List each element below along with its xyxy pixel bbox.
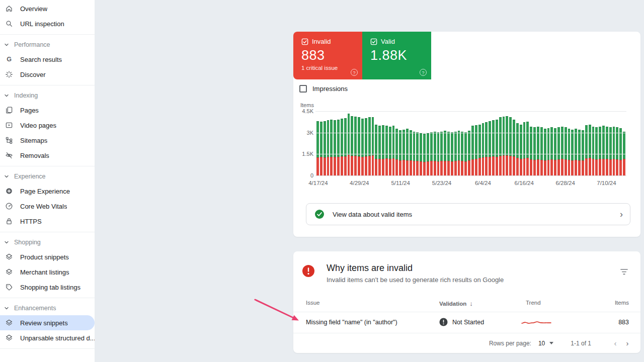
chart-bar[interactable] — [602, 126, 605, 176]
sidebar-item-removals[interactable]: Removals — [0, 148, 95, 163]
chart-bar[interactable] — [330, 120, 333, 176]
chart-bar[interactable] — [423, 134, 426, 176]
sidebar-item-video-pages[interactable]: Video pages — [0, 118, 95, 133]
chart-bar[interactable] — [361, 119, 364, 176]
chart-bar[interactable] — [420, 133, 422, 176]
sidebar-section-experience[interactable]: Experience — [0, 169, 95, 184]
chart-bar[interactable] — [530, 127, 532, 176]
chart-bar[interactable] — [492, 120, 495, 176]
chevron-right-icon[interactable]: › — [620, 210, 623, 219]
unchecked-checkbox-icon[interactable] — [299, 85, 307, 93]
sidebar-item-shopping-tab-listings[interactable]: Shopping tab listings — [0, 280, 95, 295]
chart-bar[interactable] — [358, 117, 360, 176]
chart-bar[interactable] — [351, 116, 353, 176]
chart-bar[interactable] — [609, 127, 612, 176]
chart-bar[interactable] — [565, 127, 567, 176]
chart-bar[interactable] — [496, 120, 498, 176]
impressions-toggle[interactable]: Impressions — [299, 85, 348, 93]
chart-bar[interactable] — [606, 127, 608, 176]
sidebar-item-page-experience[interactable]: Page Experience — [0, 184, 95, 199]
chart-bar[interactable] — [554, 128, 556, 176]
chart-bar[interactable] — [485, 122, 488, 176]
chart-bar[interactable] — [489, 121, 491, 176]
checked-checkbox-icon[interactable] — [370, 38, 377, 45]
chart-bar[interactable] — [389, 127, 391, 176]
chart-bar[interactable] — [619, 128, 622, 176]
sidebar-item-search-results[interactable]: GSearch results — [0, 52, 95, 67]
chart-bar[interactable] — [509, 117, 512, 176]
previous-page-button[interactable]: ‹ — [609, 339, 621, 347]
help-icon[interactable]: ? — [351, 69, 358, 76]
chart-bar[interactable] — [372, 117, 374, 176]
chart-bar[interactable] — [403, 130, 405, 176]
chart-bar[interactable] — [468, 131, 470, 176]
chart-bar[interactable] — [540, 127, 543, 176]
chart-bar[interactable] — [595, 127, 598, 176]
view-valid-items-row[interactable]: View data about valid items › — [306, 203, 630, 225]
chart-bar[interactable] — [395, 129, 398, 176]
column-validation-sort[interactable]: Validation ↓ — [439, 300, 473, 307]
chart-bar[interactable] — [557, 127, 560, 176]
invalid-summary-card[interactable]: Invalid 883 1 critical issue ? — [293, 32, 362, 79]
chart-bar[interactable] — [547, 128, 550, 176]
chart-bar[interactable] — [571, 130, 574, 176]
chart-bar[interactable] — [578, 130, 581, 176]
sidebar-item-unparsable-structured-d[interactable]: Unparsable structured d... — [0, 330, 95, 345]
sidebar-section-enhancements[interactable]: Enhancements — [0, 301, 95, 315]
chart-bar[interactable] — [320, 122, 323, 176]
chart-bar[interactable] — [526, 122, 529, 176]
chart-bar[interactable] — [344, 118, 347, 176]
chart-bar[interactable] — [561, 127, 564, 176]
sidebar-section-performance[interactable]: Performance — [0, 38, 95, 52]
chart-bar[interactable] — [378, 126, 381, 176]
chart-bar[interactable] — [365, 118, 367, 176]
help-icon[interactable]: ? — [420, 69, 427, 76]
sidebar-section-indexing[interactable]: Indexing — [0, 88, 95, 103]
chart-bar[interactable] — [506, 116, 508, 176]
chart-bar[interactable] — [568, 129, 571, 176]
issue-table-row[interactable]: Missing field "name" (in "author") Not S… — [293, 312, 640, 333]
sidebar-item-discover[interactable]: Discover — [0, 67, 95, 82]
rows-per-page-select[interactable]: 10 — [538, 340, 553, 347]
chart-bar[interactable] — [599, 127, 601, 176]
chart-bar[interactable] — [471, 126, 474, 176]
sidebar-item-sitemaps[interactable]: Sitemaps — [0, 133, 95, 148]
valid-summary-card[interactable]: Valid 1.88K ? — [362, 32, 431, 79]
chart-bar[interactable] — [410, 130, 412, 176]
chart-bar[interactable] — [337, 120, 340, 176]
chart-bar[interactable] — [516, 123, 519, 176]
sidebar-item-core-web-vitals[interactable]: Core Web Vitals — [0, 199, 95, 214]
next-page-button[interactable]: › — [621, 339, 633, 347]
sidebar-item-url-inspection[interactable]: URL inspection — [0, 16, 95, 31]
chart-bar[interactable] — [399, 130, 401, 176]
chart-bar[interactable] — [406, 129, 409, 176]
chart-bar[interactable] — [482, 123, 485, 176]
chart-bar[interactable] — [537, 127, 539, 176]
sidebar-item-pages[interactable]: Pages — [0, 103, 95, 118]
chart-bar[interactable] — [544, 129, 546, 176]
chart-bar[interactable] — [613, 127, 615, 176]
chart-bar[interactable] — [582, 130, 584, 176]
chart-bar[interactable] — [368, 117, 371, 176]
chart-bar[interactable] — [324, 121, 326, 176]
chart-bar[interactable] — [392, 126, 395, 176]
chart-bar[interactable] — [458, 131, 460, 176]
chart-bar[interactable] — [334, 120, 336, 176]
chart-bar[interactable] — [592, 127, 595, 176]
sidebar-section-shopping[interactable]: Shopping — [0, 235, 95, 249]
chart-bar[interactable] — [513, 120, 515, 176]
chart-bar[interactable] — [533, 127, 536, 176]
checked-checkbox-icon[interactable] — [301, 38, 308, 45]
sidebar-item-overview[interactable]: Overview — [0, 1, 95, 16]
chart-bar[interactable] — [550, 127, 553, 176]
chart-bar[interactable] — [341, 119, 343, 176]
filter-icon[interactable] — [620, 268, 628, 275]
chart-bar[interactable] — [444, 131, 446, 176]
chart-bar[interactable] — [575, 129, 577, 176]
chart-bar[interactable] — [616, 127, 618, 176]
chart-bar[interactable] — [327, 120, 330, 176]
chart-bar[interactable] — [427, 133, 429, 176]
chart-bar[interactable] — [385, 126, 388, 176]
chart-bar[interactable] — [354, 117, 357, 176]
chart-bar[interactable] — [523, 122, 526, 176]
